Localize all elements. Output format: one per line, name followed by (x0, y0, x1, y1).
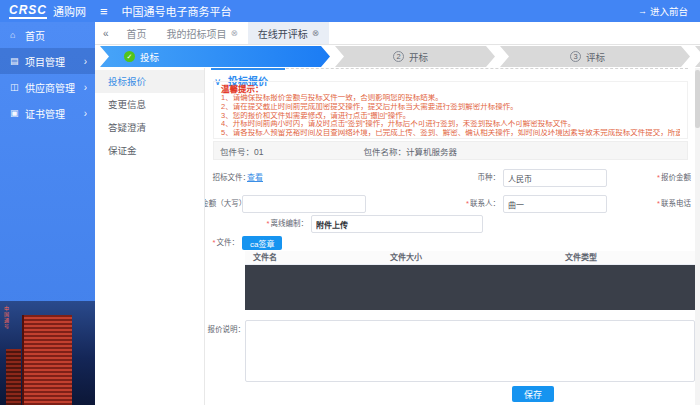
bid-file-view-link[interactable]: 查看 (247, 169, 263, 187)
tab-label: 首页 (127, 26, 147, 41)
enter-front-label: 进入前台 (650, 4, 688, 18)
tab-online-bid-opening[interactable]: 在线开评标 ⊗ (248, 22, 329, 44)
ca-sign-button[interactable]: ca签章 (242, 236, 282, 250)
contact-label: *联系人： (466, 195, 500, 213)
quote-remark-textarea[interactable] (245, 320, 695, 382)
step-next-fragment (695, 46, 700, 67)
file-table: 文件名 文件大小 文件类型 (245, 251, 695, 310)
certificate-icon: ▣ (10, 108, 25, 118)
building-tower (24, 315, 72, 405)
building-photo-caption: 中国通号 (3, 306, 10, 330)
sidebar-toggle-icon[interactable]: ≡ (100, 4, 108, 19)
enter-front-button[interactable]: → 进入前台 (638, 4, 688, 18)
folder-icon: ▤ (10, 56, 25, 66)
tab-bar: « 首页 我的招标项目 ⊗ 在线开评标 ⊗ (95, 22, 700, 45)
check-circle-icon: ✓ (124, 51, 135, 62)
chevron-right-icon: › (84, 82, 87, 93)
warm-tips-line: 1、请确保投标报价金额与投标文件一致，否则影响您的投标结果。 (221, 94, 680, 103)
offline-prepare-label: *离线编制： (267, 215, 308, 233)
scrollbar-thumb[interactable] (695, 70, 700, 128)
sidebar-item-label: 供应商管理 (25, 80, 75, 95)
step-number-icon: 2 (393, 51, 404, 62)
quote-amount-label: *报价金额（元） (657, 169, 700, 187)
submenu-item-deposit[interactable]: 保证金 (95, 139, 204, 162)
contact-input[interactable] (503, 195, 607, 213)
submenu-item-clarification[interactable]: 答疑澄清 (95, 116, 204, 139)
platform-title: 中国通号电子商务平台 (122, 3, 232, 19)
process-steps: ✓ 投标 2 开标 3 评标 (95, 45, 700, 68)
tab-label: 在线开评标 (258, 26, 308, 41)
submenu-item-bid-quote[interactable]: 投标报价 (95, 70, 204, 93)
column-file-name: 文件名 (253, 251, 277, 265)
quote-amount-cn-input[interactable] (242, 195, 366, 213)
tab-close-icon[interactable]: ⊗ (312, 28, 319, 38)
warm-tips-box: 温馨提示： 1、请确保投标报价金额与投标文件一致，否则影响您的投标结果。 2、请… (213, 81, 688, 139)
submenu-item-change-info[interactable]: 变更信息 (95, 93, 204, 116)
sidebar-item-label: 证书管理 (25, 106, 65, 121)
chevron-right-icon: › (84, 56, 87, 67)
main-panel: ∨ 投标报价 温馨提示： 1、请确保投标报价金额与投标文件一致，否则影响您的投标… (205, 68, 700, 405)
quote-remark-label: 报价说明： (208, 323, 246, 334)
warm-tips-line: 4、开标时间前两小时内，请及时点击“签到”操作，开标后不可进行签到，未签到投标人… (221, 120, 680, 129)
step-label: 开标 (409, 50, 428, 64)
column-file-type: 文件类型 (565, 251, 597, 265)
step-label: 投标 (140, 50, 159, 64)
tab-label: 我的招标项目 (167, 26, 227, 41)
sidebar-item-label: 首页 (25, 28, 45, 43)
currency-input[interactable] (503, 169, 607, 187)
tab-close-icon[interactable]: ⊗ (231, 28, 238, 38)
briefcase-icon: ◫ (10, 82, 25, 92)
vertical-scrollbar (695, 68, 700, 405)
contact-phone-label: *联系电话 (657, 195, 691, 213)
file-table-header: 文件名 文件大小 文件类型 (245, 251, 695, 265)
sidebar: ⌂ 首页 ▤ 项目管理 › ◫ 供应商管理 › ▣ 证书管理 › 中国通号 (0, 22, 95, 405)
package-bar: 包件号：01 包件名称：计算机服务器 (213, 141, 688, 160)
step-number-icon: 3 (570, 51, 581, 62)
chevron-right-icon: › (84, 108, 87, 119)
file-table-body-empty (245, 265, 695, 310)
currency-label: 币种： (478, 169, 501, 187)
warm-tips-line: 2、请在提交截止时间前完成加密提交操作，提交后开标当天需要进行签到解密开标操作。 (221, 103, 680, 112)
warm-tips-title: 温馨提示： (221, 84, 680, 94)
package-number: 包件号：01 (220, 145, 263, 157)
home-icon: ⌂ (10, 30, 25, 40)
step-evaluation[interactable]: 3 评标 (500, 46, 690, 67)
sidebar-item-home[interactable]: ⌂ 首页 (0, 22, 95, 48)
sidebar-item-label: 项目管理 (25, 54, 65, 69)
package-name: 包件名称：计算机服务器 (363, 145, 457, 157)
crsc-logo: CRSC (9, 4, 47, 19)
building-photo: 中国通号 (0, 301, 95, 405)
app-window: CRSC 通购网 ≡ 中国通号电子商务平台 → 进入前台 ⌂ 首页 ▤ 项目管理… (0, 0, 700, 405)
sidebar-item-certificates[interactable]: ▣ 证书管理 › (0, 100, 95, 126)
building-tower-small (6, 349, 21, 405)
tab-my-bid-projects[interactable]: 我的招标项目 ⊗ (157, 22, 248, 44)
warm-tips-line: 5、请各投标人预留充裕时间及自查网络环境，已完成上传、签到、解密、确认相关操作，… (221, 129, 680, 138)
tab-home[interactable]: 首页 (117, 22, 157, 44)
step-bid-opening[interactable]: 2 开标 (335, 46, 495, 67)
panel-divider-accent (211, 68, 285, 70)
bid-file-label: 招标文件： (213, 169, 251, 187)
sidebar-item-projects[interactable]: ▤ 项目管理 › (0, 48, 95, 74)
file-label: *文件： (213, 234, 239, 252)
step-bidding-active[interactable]: ✓ 投标 (100, 46, 330, 67)
enter-arrow-icon: → (638, 6, 647, 16)
top-bar: CRSC 通购网 ≡ 中国通号电子商务平台 → 进入前台 (0, 0, 700, 22)
tabs-collapse-icon[interactable]: « (95, 28, 117, 39)
side-submenu: 投标报价 变更信息 答疑澄清 保证金 (95, 68, 205, 405)
sidebar-item-suppliers[interactable]: ◫ 供应商管理 › (0, 74, 95, 100)
offline-prepare-input[interactable] (311, 215, 483, 233)
warm-tips-line: 3、您的报价和文件如需要修改，请进行点击“撤回”操作。 (221, 112, 680, 121)
step-label: 评标 (586, 50, 605, 64)
brand-name: 通购网 (53, 3, 86, 19)
column-file-size: 文件大小 (390, 251, 422, 265)
save-button[interactable]: 保存 (512, 386, 554, 402)
